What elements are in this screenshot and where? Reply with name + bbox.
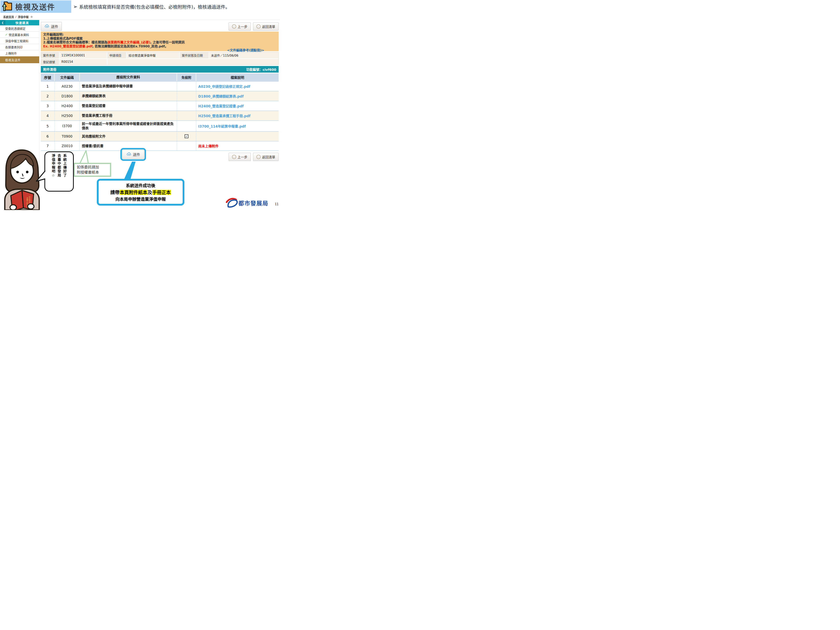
- sidebar-item-label: 淨值申報工程資料: [5, 39, 28, 43]
- breadcrumb-current[interactable]: 淨值申報: [18, 15, 28, 19]
- folder-upload-icon: [2, 1, 13, 13]
- doc-code: D1800: [55, 92, 80, 101]
- notice-line: Ex. H2400_營造業登記證書.pdf, 若無法歸類則請設定為其他Ex.T0…: [43, 44, 276, 48]
- table-row: 3H2400營造業登記證書H2400_營造業登記證書.pdf: [41, 101, 279, 111]
- back-arrow-icon: ←: [232, 155, 236, 159]
- attachment-link[interactable]: I3700_114年結算申報書.pdf: [198, 123, 246, 129]
- speech-bubble-text: 系統上傳好了去臺中都發局淨值申報吧☆: [50, 154, 68, 189]
- attachment-table: 序號 文件編碼 應檢附文件資料 免檢附 檔案說明 1A0230營造業淨值及承攬總…: [41, 73, 279, 151]
- attachment-link[interactable]: D1800_承攬總額結算表.pdf: [198, 93, 243, 99]
- submit-button-bottom[interactable]: 送件: [122, 150, 144, 159]
- back-arrow-icon: ←: [256, 155, 261, 159]
- row-number: 6: [41, 132, 55, 141]
- attachment-link[interactable]: A0230_申請登記函修正規定.pdf: [198, 84, 250, 89]
- missing-file-warning: 尚未上傳附件: [198, 144, 219, 148]
- doc-name: 營造業登記證書: [80, 101, 177, 111]
- sidebar-item-label: 營造業基本資料: [9, 33, 29, 37]
- top-nav-buttons: ← 上一步 ← 返回清單: [229, 22, 279, 31]
- table-row: 7Z0010授權書/委託書尚未上傳附件: [41, 141, 279, 151]
- exempt-cell: ✓: [177, 132, 196, 141]
- empty-cell: [107, 59, 278, 65]
- back-to-list-button[interactable]: ← 返回清單: [253, 153, 279, 161]
- file-cell: A0230_申請登記函修正規定.pdf: [196, 82, 279, 91]
- notice-line: 2.檔案名稱需符合文件編碼標準：檔名開頭為該業務所屬之文件編碼_(必要), 之後…: [43, 40, 276, 44]
- case-status-value: 未送件／115/06/06: [209, 52, 278, 58]
- row-number: 1: [41, 82, 55, 91]
- apply-item-value: 綜合營造業淨值申報: [126, 52, 180, 58]
- table-row: 6T0900其他應檢附文件✓: [41, 131, 279, 141]
- sidebar-item-label: 上傳附件: [5, 51, 17, 55]
- doc-name: 營造業承攬工程手冊: [80, 111, 177, 120]
- sidebar-item[interactable]: 受委託憑證綁定: [0, 25, 39, 32]
- doc-code: T0900: [55, 132, 80, 141]
- submit-button-top[interactable]: 送件: [41, 22, 62, 31]
- back-to-list-button[interactable]: ← 返回清單: [253, 22, 279, 31]
- notice-line: 1.上傳檔案格式為PDF檔案: [43, 36, 276, 41]
- column-header: 檔案說明: [196, 73, 279, 81]
- doc-code: H2500: [55, 111, 80, 120]
- doc-name: 前一年或最近一年營利事業所得申報書或經會計師簽證資產負債表: [80, 121, 177, 131]
- highlighted-text: 手冊正本: [152, 190, 171, 195]
- cloud-upload-icon: [44, 24, 50, 29]
- attachment-link[interactable]: H2500_營造業承攬工程手冊.pdf: [198, 113, 250, 118]
- column-header: 應檢附文件資料: [80, 73, 177, 81]
- row-number: 4: [41, 111, 55, 120]
- column-header: 文件編碼: [55, 73, 80, 81]
- sidebar-header: ❮ 快速跳頁: [0, 20, 39, 25]
- table-row: 1A0230營造業淨值及承攬總額申報申請書A0230_申請登記函修正規定.pdf: [41, 81, 279, 91]
- agency-name: 都市發展局: [238, 199, 268, 207]
- sidebar-item-label: 各類書表列印: [5, 45, 23, 49]
- doc-name: 其他應檢附文件: [80, 132, 177, 141]
- page-title: 檢視及送件: [15, 1, 55, 12]
- speech-bubble: 系統上傳好了去臺中都發局淨值申報吧☆: [44, 152, 74, 192]
- file-cell: [196, 132, 279, 141]
- sidebar-item[interactable]: 上傳附件: [0, 50, 39, 57]
- table-row: 2D1800承攬總額結算表D1800_承攬總額結算表.pdf: [41, 91, 279, 101]
- attachment-section-bar: 附件清冊 功能編號：civf600: [41, 66, 279, 73]
- favorite-star-icon[interactable]: ★: [30, 15, 33, 19]
- sidebar-item[interactable]: 檢視及送件: [0, 57, 39, 63]
- case-serial-value: 115M1K100001: [59, 52, 107, 58]
- section-title: 附件清冊: [43, 67, 57, 72]
- back-arrow-icon: ←: [232, 24, 236, 28]
- row-number: 3: [41, 101, 55, 111]
- case-info-table: 案件序號 115M1K100001 申請項目 綜合營造業淨值申報 案件狀態及日期…: [41, 52, 279, 65]
- doc-code-reference-link[interactable]: <文件編碼參考(請點我)>: [43, 48, 276, 52]
- sidebar-items: 受委託憑證綁定✓營造業基本資料淨值申報工程資料各類書表列印上傳附件檢視及送件: [0, 25, 39, 63]
- speech-bubble-line: 去臺中都發局: [57, 154, 62, 189]
- sidebar-title: 快速跳頁: [5, 20, 39, 25]
- sidebar-item-label: 檢視及送件: [5, 58, 21, 62]
- sidebar-item[interactable]: ✓營造業基本資料: [0, 32, 39, 38]
- breadcrumb-home[interactable]: 系統首頁: [3, 15, 14, 19]
- file-cell: I3700_114年結算申報書.pdf: [196, 121, 279, 131]
- cloud-upload-icon: [126, 152, 132, 157]
- logo-swoosh-icon: [226, 197, 238, 208]
- case-info-row: 登記證號 R00154: [41, 58, 278, 65]
- sidebar-item[interactable]: 各類書表列印: [0, 44, 39, 50]
- attachment-table-header: 序號 文件編碼 應檢附文件資料 免檢附 檔案說明: [41, 73, 279, 81]
- submit-highlight-frame: 送件: [120, 148, 146, 161]
- after-submit-note: 系統送件成功後 請帶本頁附件紙本及手冊正本 向本局申辦營造業淨值申報: [97, 179, 185, 205]
- cert-number-label: 登記證號: [41, 59, 59, 65]
- file-cell: H2500_營造業承攬工程手冊.pdf: [196, 111, 279, 120]
- back-arrow-icon: ←: [256, 24, 261, 28]
- case-info-row: 案件序號 115M1K100001 申請項目 綜合營造業淨值申報 案件狀態及日期…: [41, 52, 278, 58]
- column-header: 免檢附: [177, 73, 196, 81]
- exempt-cell: [177, 121, 196, 131]
- file-cell: D1800_承攬總額結算表.pdf: [196, 92, 279, 101]
- exempt-checkbox[interactable]: ✓: [185, 134, 188, 138]
- doc-name: 承攬總額結算表: [80, 92, 177, 101]
- title-banner: 檢視及送件: [0, 0, 71, 13]
- table-row: 4H2500營造業承攬工程手冊H2500_營造業承攬工程手冊.pdf: [41, 111, 279, 120]
- bottom-nav-buttons: ← 上一步 ← 返回清單: [229, 153, 279, 161]
- sidebar-item[interactable]: 淨值申報工程資料: [0, 38, 39, 44]
- prev-step-button[interactable]: ← 上一步: [229, 153, 251, 161]
- breadcrumb: 系統首頁 / 淨值申報 ★: [3, 15, 33, 19]
- doc-code: I3700: [55, 121, 80, 131]
- prev-step-button[interactable]: ← 上一步: [229, 22, 251, 31]
- page-description: ➢ 系統檢核填寫資料是否完備(包含必填欄位、必檢附附件)，檢核通過送件。: [73, 3, 279, 10]
- collapse-chevron-icon[interactable]: ❮: [0, 20, 5, 25]
- doc-code: H2400: [55, 101, 80, 111]
- exempt-cell: [177, 111, 196, 120]
- attachment-link[interactable]: H2400_營造業登記證書.pdf: [198, 103, 243, 108]
